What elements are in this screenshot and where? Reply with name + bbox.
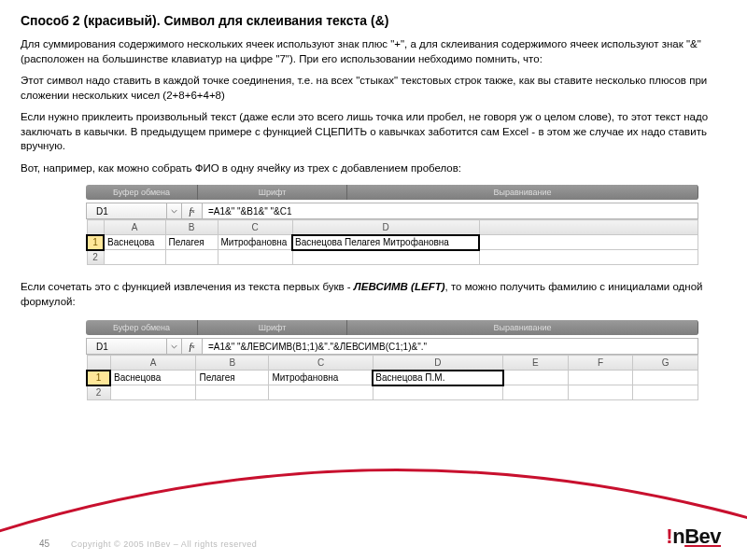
cell-F2[interactable]	[568, 385, 633, 400]
cell-B1[interactable]: Пелагея	[196, 371, 269, 385]
col-header-C[interactable]: C	[218, 220, 292, 235]
ribbon-section-alignment: Выравнивание	[347, 320, 698, 335]
col-header-G[interactable]: G	[633, 356, 698, 371]
cell-D2[interactable]	[292, 250, 479, 265]
ribbon-section-alignment: Выравнивание	[347, 185, 698, 200]
cell-E1[interactable]	[503, 371, 569, 385]
cell-D1[interactable]: Васнецова Пелагея Митрофановна	[292, 235, 479, 250]
cell-G2[interactable]	[633, 385, 698, 400]
col-header-E[interactable]: E	[503, 356, 569, 371]
cell-A1[interactable]: Васнецова	[104, 235, 165, 250]
fx-icon[interactable]: fx	[182, 339, 203, 354]
cell-B1[interactable]: Пелагея	[165, 235, 218, 250]
formula-bar-2: D1 fx =A1&" "&ЛЕВСИМВ(B1;1)&"."&ЛЕВСИМВ(…	[86, 338, 698, 355]
namebox-dropdown[interactable]	[167, 339, 182, 354]
cell-A1[interactable]: Васнецова	[110, 371, 196, 385]
cell-G1[interactable]	[633, 371, 698, 385]
namebox-dropdown[interactable]	[167, 203, 182, 218]
formula-input[interactable]: =A1&" "&B1&" "&C1	[203, 203, 698, 218]
col-header-D[interactable]: D	[292, 220, 479, 235]
logo-text-2: Bev	[684, 525, 721, 548]
ribbon-section-clipboard: Буфер обмена	[86, 185, 198, 200]
ribbon-section-font: Шрифт	[198, 320, 347, 335]
col-header-A[interactable]: A	[110, 356, 196, 371]
paragraph-1: Для суммирования содержимого нескольких …	[21, 37, 726, 66]
cell-C1[interactable]: Митрофановна	[218, 235, 292, 250]
cell-B2[interactable]	[196, 385, 269, 400]
col-header-B[interactable]: B	[196, 356, 269, 371]
text: Если сочетать это с функцией извлечения …	[21, 281, 354, 292]
cell-A2[interactable]	[110, 385, 196, 400]
spreadsheet-1[interactable]: A B C D 1 Васнецова Пелагея Митрофановна…	[86, 219, 698, 265]
col-header-blank[interactable]	[479, 220, 698, 235]
cell-C2[interactable]	[269, 385, 373, 400]
cell-F1[interactable]	[568, 371, 633, 385]
inbev-logo: !nBev	[666, 525, 721, 549]
cell-C1[interactable]: Митрофановна	[269, 371, 373, 385]
ribbon-section-clipboard: Буфер обмена	[86, 320, 198, 335]
name-box[interactable]: D1	[87, 339, 167, 354]
row-header-2[interactable]: 2	[87, 385, 110, 400]
cell-C2[interactable]	[218, 250, 292, 265]
paragraph-4: Вот, например, как можно собрать ФИО в о…	[21, 161, 726, 176]
col-header-A[interactable]: A	[104, 220, 165, 235]
footer: 45 Copyright © 2005 InBev – All rights r…	[0, 517, 747, 554]
select-all-corner[interactable]	[87, 220, 104, 235]
cell-B2[interactable]	[165, 250, 218, 265]
copyright: Copyright © 2005 InBev – All rights rese…	[71, 539, 257, 549]
fx-icon[interactable]: fx	[182, 203, 203, 218]
col-header-B[interactable]: B	[165, 220, 218, 235]
page-number: 45	[39, 539, 49, 549]
cell-E2[interactable]	[503, 385, 569, 400]
cell-A2[interactable]	[104, 250, 165, 265]
paragraph-3: Если нужно приклеить произвольный текст …	[21, 110, 726, 154]
formula-input[interactable]: =A1&" "&ЛЕВСИМВ(B1;1)&"."&ЛЕВСИМВ(C1;1)&…	[203, 339, 698, 354]
cell-D1[interactable]: Васнецова П.М.	[373, 371, 502, 385]
formula-bar: D1 fx =A1&" "&B1&" "&C1	[86, 203, 698, 219]
excel-ribbon: Буфер обмена Шрифт Выравнивание	[86, 185, 698, 200]
logo-text: n	[672, 525, 684, 548]
paragraph-5: Если сочетать это с функцией извлечения …	[21, 280, 726, 309]
func-name: ЛЕВСИМВ (LEFT)	[354, 281, 445, 292]
select-all-corner[interactable]	[87, 356, 110, 371]
col-header-D[interactable]: D	[373, 356, 502, 371]
cell-D2[interactable]	[373, 385, 502, 400]
row-header-2[interactable]: 2	[87, 250, 104, 265]
col-header-F[interactable]: F	[568, 356, 633, 371]
row-header-1[interactable]: 1	[87, 235, 104, 250]
chevron-down-icon	[171, 343, 177, 350]
row-header-1[interactable]: 1	[87, 371, 110, 385]
chevron-down-icon	[171, 208, 177, 215]
name-box[interactable]: D1	[87, 203, 167, 218]
cell-E2[interactable]	[479, 250, 698, 265]
paragraph-2: Этот символ надо ставить в каждой точке …	[21, 74, 726, 103]
spreadsheet-2[interactable]: A B C D E F G 1 Васнецова Пелагея Митроф…	[86, 355, 698, 400]
col-header-C[interactable]: C	[269, 356, 373, 371]
cell-E1[interactable]	[479, 235, 698, 250]
ribbon-section-font: Шрифт	[198, 185, 347, 200]
page-title: Способ 2 (красивый). Символ для склеиван…	[21, 13, 726, 28]
text: Для суммирования содержимого нескольких …	[21, 38, 701, 64]
excel-ribbon-2: Буфер обмена Шрифт Выравнивание	[86, 320, 698, 335]
